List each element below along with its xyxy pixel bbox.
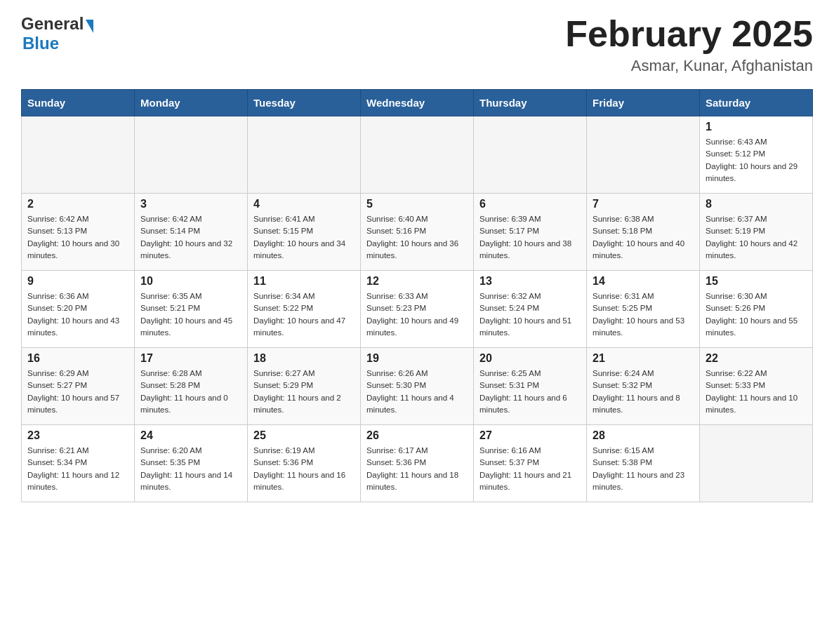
- day-number: 26: [366, 429, 468, 442]
- day-info: Sunrise: 6:35 AM Sunset: 5:21 PM Dayligh…: [140, 290, 241, 339]
- day-info: Sunrise: 6:43 AM Sunset: 5:12 PM Dayligh…: [706, 136, 807, 185]
- day-cell: [587, 116, 700, 194]
- day-number: 25: [253, 429, 355, 442]
- day-number: 8: [706, 198, 807, 210]
- day-number: 20: [479, 352, 581, 365]
- day-info: Sunrise: 6:25 AM Sunset: 5:31 PM Dayligh…: [479, 368, 581, 416]
- day-number: 22: [706, 352, 807, 365]
- header-day-wednesday: Wednesday: [361, 90, 474, 116]
- title-block: February 2025 Asmar, Kunar, Afghanistan: [565, 14, 813, 75]
- calendar-header: SundayMondayTuesdayWednesdayThursdayFrid…: [22, 90, 813, 116]
- week-row-2: 9Sunrise: 6:36 AM Sunset: 5:20 PM Daylig…: [22, 271, 813, 348]
- day-info: Sunrise: 6:30 AM Sunset: 5:26 PM Dayligh…: [706, 290, 807, 339]
- day-cell: 12Sunrise: 6:33 AM Sunset: 5:23 PM Dayli…: [361, 271, 474, 348]
- day-info: Sunrise: 6:32 AM Sunset: 5:24 PM Dayligh…: [479, 290, 581, 339]
- day-info: Sunrise: 6:26 AM Sunset: 5:30 PM Dayligh…: [366, 368, 468, 416]
- calendar-body: 1Sunrise: 6:43 AM Sunset: 5:12 PM Daylig…: [22, 116, 813, 502]
- day-info: Sunrise: 6:22 AM Sunset: 5:33 PM Dayligh…: [706, 368, 807, 416]
- day-cell: 8Sunrise: 6:37 AM Sunset: 5:19 PM Daylig…: [700, 194, 813, 271]
- day-cell: 1Sunrise: 6:43 AM Sunset: 5:12 PM Daylig…: [700, 116, 813, 194]
- week-row-1: 2Sunrise: 6:42 AM Sunset: 5:13 PM Daylig…: [22, 194, 813, 271]
- day-number: 3: [140, 198, 241, 210]
- day-cell: 27Sunrise: 6:16 AM Sunset: 5:37 PM Dayli…: [474, 425, 587, 502]
- day-info: Sunrise: 6:34 AM Sunset: 5:22 PM Dayligh…: [253, 290, 355, 339]
- day-number: 19: [366, 352, 468, 365]
- day-number: 17: [140, 352, 241, 365]
- day-cell: 25Sunrise: 6:19 AM Sunset: 5:36 PM Dayli…: [248, 425, 361, 502]
- day-cell: [474, 116, 587, 194]
- day-info: Sunrise: 6:31 AM Sunset: 5:25 PM Dayligh…: [593, 290, 694, 339]
- day-cell: [361, 116, 474, 194]
- day-cell: 3Sunrise: 6:42 AM Sunset: 5:14 PM Daylig…: [135, 194, 248, 271]
- day-cell: [700, 425, 813, 502]
- day-number: 23: [27, 429, 128, 442]
- day-info: Sunrise: 6:20 AM Sunset: 5:35 PM Dayligh…: [140, 445, 241, 493]
- week-row-4: 23Sunrise: 6:21 AM Sunset: 5:34 PM Dayli…: [22, 425, 813, 502]
- day-number: 10: [140, 275, 241, 288]
- day-info: Sunrise: 6:28 AM Sunset: 5:28 PM Dayligh…: [140, 368, 241, 416]
- day-info: Sunrise: 6:33 AM Sunset: 5:23 PM Dayligh…: [366, 290, 468, 339]
- day-info: Sunrise: 6:42 AM Sunset: 5:13 PM Dayligh…: [27, 213, 128, 262]
- day-cell: 15Sunrise: 6:30 AM Sunset: 5:26 PM Dayli…: [700, 271, 813, 348]
- day-cell: 24Sunrise: 6:20 AM Sunset: 5:35 PM Dayli…: [135, 425, 248, 502]
- day-info: Sunrise: 6:40 AM Sunset: 5:16 PM Dayligh…: [366, 213, 468, 262]
- page-header: General Blue February 2025 Asmar, Kunar,…: [21, 14, 813, 75]
- calendar-subtitle: Asmar, Kunar, Afghanistan: [565, 57, 813, 75]
- day-number: 7: [593, 198, 694, 210]
- day-cell: 10Sunrise: 6:35 AM Sunset: 5:21 PM Dayli…: [135, 271, 248, 348]
- day-cell: 7Sunrise: 6:38 AM Sunset: 5:18 PM Daylig…: [587, 194, 700, 271]
- day-info: Sunrise: 6:27 AM Sunset: 5:29 PM Dayligh…: [253, 368, 355, 416]
- day-cell: 11Sunrise: 6:34 AM Sunset: 5:22 PM Dayli…: [248, 271, 361, 348]
- day-info: Sunrise: 6:19 AM Sunset: 5:36 PM Dayligh…: [253, 445, 355, 493]
- week-row-3: 16Sunrise: 6:29 AM Sunset: 5:27 PM Dayli…: [22, 348, 813, 425]
- day-cell: 21Sunrise: 6:24 AM Sunset: 5:32 PM Dayli…: [587, 348, 700, 425]
- day-number: 24: [140, 429, 241, 442]
- day-info: Sunrise: 6:15 AM Sunset: 5:38 PM Dayligh…: [593, 445, 694, 493]
- header-day-tuesday: Tuesday: [248, 90, 361, 116]
- week-row-0: 1Sunrise: 6:43 AM Sunset: 5:12 PM Daylig…: [22, 116, 813, 194]
- logo: General Blue: [21, 14, 93, 53]
- day-number: 4: [253, 198, 355, 210]
- day-cell: 4Sunrise: 6:41 AM Sunset: 5:15 PM Daylig…: [248, 194, 361, 271]
- day-number: 12: [366, 275, 468, 288]
- calendar-title: February 2025: [565, 14, 813, 54]
- day-number: 28: [593, 429, 694, 442]
- day-cell: 20Sunrise: 6:25 AM Sunset: 5:31 PM Dayli…: [474, 348, 587, 425]
- day-number: 13: [479, 275, 581, 288]
- day-info: Sunrise: 6:38 AM Sunset: 5:18 PM Dayligh…: [593, 213, 694, 262]
- day-cell: 19Sunrise: 6:26 AM Sunset: 5:30 PM Dayli…: [361, 348, 474, 425]
- header-day-friday: Friday: [587, 90, 700, 116]
- day-info: Sunrise: 6:16 AM Sunset: 5:37 PM Dayligh…: [479, 445, 581, 493]
- day-number: 15: [706, 275, 807, 288]
- day-cell: 18Sunrise: 6:27 AM Sunset: 5:29 PM Dayli…: [248, 348, 361, 425]
- day-cell: 28Sunrise: 6:15 AM Sunset: 5:38 PM Dayli…: [587, 425, 700, 502]
- day-cell: 2Sunrise: 6:42 AM Sunset: 5:13 PM Daylig…: [22, 194, 135, 271]
- day-number: 9: [27, 275, 128, 288]
- day-number: 14: [593, 275, 694, 288]
- header-day-sunday: Sunday: [22, 90, 135, 116]
- day-number: 2: [27, 198, 128, 210]
- day-number: 5: [366, 198, 468, 210]
- day-number: 6: [479, 198, 581, 210]
- day-cell: 22Sunrise: 6:22 AM Sunset: 5:33 PM Dayli…: [700, 348, 813, 425]
- logo-general-text: General: [21, 14, 84, 34]
- day-cell: 17Sunrise: 6:28 AM Sunset: 5:28 PM Dayli…: [135, 348, 248, 425]
- day-cell: 23Sunrise: 6:21 AM Sunset: 5:34 PM Dayli…: [22, 425, 135, 502]
- day-number: 16: [27, 352, 128, 365]
- day-number: 18: [253, 352, 355, 365]
- day-info: Sunrise: 6:36 AM Sunset: 5:20 PM Dayligh…: [27, 290, 128, 339]
- header-day-monday: Monday: [135, 90, 248, 116]
- day-number: 1: [706, 121, 807, 133]
- header-row: SundayMondayTuesdayWednesdayThursdayFrid…: [22, 90, 813, 116]
- day-cell: 9Sunrise: 6:36 AM Sunset: 5:20 PM Daylig…: [22, 271, 135, 348]
- header-day-saturday: Saturday: [700, 90, 813, 116]
- day-cell: 26Sunrise: 6:17 AM Sunset: 5:36 PM Dayli…: [361, 425, 474, 502]
- day-info: Sunrise: 6:41 AM Sunset: 5:15 PM Dayligh…: [253, 213, 355, 262]
- day-info: Sunrise: 6:24 AM Sunset: 5:32 PM Dayligh…: [593, 368, 694, 416]
- day-info: Sunrise: 6:17 AM Sunset: 5:36 PM Dayligh…: [366, 445, 468, 493]
- day-number: 27: [479, 429, 581, 442]
- day-cell: 14Sunrise: 6:31 AM Sunset: 5:25 PM Dayli…: [587, 271, 700, 348]
- header-day-thursday: Thursday: [474, 90, 587, 116]
- calendar-table: SundayMondayTuesdayWednesdayThursdayFrid…: [21, 89, 813, 502]
- day-cell: [248, 116, 361, 194]
